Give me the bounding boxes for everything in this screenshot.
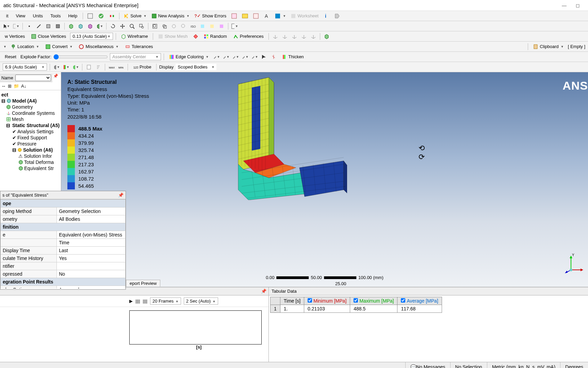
show-errors-button[interactable]: ?✓Show Errors bbox=[192, 12, 228, 19]
report-preview-tab[interactable]: eport Preview bbox=[126, 280, 160, 287]
display-time-value[interactable]: Last bbox=[57, 247, 126, 255]
abc-icon[interactable] bbox=[240, 12, 250, 20]
cursor-icon[interactable]: ▼ bbox=[3, 22, 10, 30]
cs3-icon[interactable] bbox=[291, 33, 298, 40]
avg-checkbox[interactable] bbox=[401, 298, 405, 303]
filter-combo[interactable] bbox=[15, 75, 51, 81]
menu-view[interactable]: View bbox=[13, 12, 29, 20]
graph-plot-area[interactable] bbox=[129, 310, 262, 344]
type-value[interactable]: Equivalent (von-Mises) Stress bbox=[57, 231, 126, 239]
sort-az-icon[interactable]: A↓ bbox=[21, 83, 26, 89]
zoom-sel-icon[interactable] bbox=[161, 22, 168, 30]
thicken-button[interactable]: Thicken bbox=[279, 53, 306, 60]
tag-icon[interactable] bbox=[332, 12, 342, 20]
pen3-icon[interactable]: ▼ bbox=[232, 53, 239, 61]
contour2-icon[interactable]: ▼ bbox=[62, 63, 70, 71]
scoping-method-value[interactable]: Geometry Selection bbox=[57, 208, 126, 215]
pen2-icon[interactable]: ▼ bbox=[222, 53, 230, 61]
icon-button[interactable] bbox=[229, 12, 239, 20]
toggle-icon[interactable] bbox=[107, 12, 117, 20]
col-avg[interactable]: Average [MPa] bbox=[397, 297, 442, 305]
cs4-icon[interactable] bbox=[300, 33, 308, 40]
min-icon[interactable]: MIN bbox=[117, 63, 125, 71]
max-icon[interactable]: MAX bbox=[108, 63, 115, 71]
show-mesh-button[interactable]: Show Mesh bbox=[156, 33, 190, 40]
anim-bars2-icon[interactable]: |||| bbox=[143, 298, 148, 304]
tree-total-deformation[interactable]: Total Deforma bbox=[0, 159, 61, 165]
rotate-icon[interactable] bbox=[109, 22, 117, 30]
zoom-box-icon[interactable] bbox=[138, 22, 145, 30]
tree-static-structural[interactable]: ⊟ Static Structural (A5) bbox=[0, 122, 61, 128]
location-button[interactable]: Location▼ bbox=[9, 43, 41, 50]
box4-icon[interactable]: ▼ bbox=[96, 22, 103, 30]
misc-button[interactable]: Miscellaneous▼ bbox=[77, 43, 120, 50]
edge-coloring-button[interactable]: Edge Coloring▼ bbox=[167, 53, 211, 60]
tree-fixed-support[interactable]: ✔ Fixed Support bbox=[0, 135, 61, 141]
maximize-button[interactable]: ◻ bbox=[571, 3, 585, 8]
view1-icon[interactable] bbox=[199, 22, 206, 30]
minimize-button[interactable]: — bbox=[557, 3, 571, 8]
pin-icon[interactable]: 📌 bbox=[52, 73, 59, 79]
probe-button[interactable]: 123Probe bbox=[131, 64, 153, 71]
tree-equivalent-stress[interactable]: Equivalent Str bbox=[0, 165, 61, 171]
wireframe-button[interactable]: Wireframe bbox=[119, 33, 150, 40]
box-icon[interactable] bbox=[67, 22, 75, 30]
pan-icon[interactable] bbox=[119, 22, 126, 30]
vertex-icon[interactable] bbox=[26, 22, 33, 30]
dropdown-icon[interactable]: ▼ bbox=[3, 45, 6, 48]
contour1-icon[interactable]: ▼ bbox=[53, 63, 60, 71]
tree-pressure[interactable]: ✔ Pressure bbox=[0, 141, 61, 147]
col-min[interactable]: Minimum [MPa] bbox=[304, 297, 350, 305]
tree-project[interactable]: ect bbox=[0, 92, 61, 98]
new-analysis-button[interactable]: New Analysis▼ bbox=[149, 12, 192, 20]
menu-help[interactable]: Help bbox=[65, 12, 81, 20]
zoom-icon[interactable] bbox=[128, 22, 136, 30]
deform-scale-combo[interactable]: 6.9 (Auto Scale)▼ bbox=[3, 63, 47, 71]
sort-icon[interactable] bbox=[95, 63, 102, 71]
tree-solution[interactable]: ⊟ Solution (A6) bbox=[0, 147, 61, 153]
calc-history-value[interactable]: Yes bbox=[57, 255, 126, 262]
tree-coord-systems[interactable]: Coordinate Systems bbox=[0, 110, 61, 116]
table-row[interactable]: 1 1. 0.21103 488.5 117.68 bbox=[271, 305, 442, 313]
page-icon[interactable] bbox=[85, 63, 93, 71]
status-units[interactable]: Metric (mm, kg, N, s, mV, mA) bbox=[487, 362, 560, 368]
tree-mesh[interactable]: Mesh bbox=[0, 116, 61, 122]
cs2-icon[interactable] bbox=[281, 33, 289, 40]
text-icon[interactable]: A bbox=[262, 12, 272, 20]
info-icon[interactable]: i bbox=[321, 12, 331, 20]
axis-icon[interactable] bbox=[270, 53, 277, 61]
expand-icon[interactable]: ⊞ bbox=[8, 83, 12, 89]
view2-icon[interactable] bbox=[208, 22, 216, 30]
explode-slider[interactable] bbox=[53, 54, 108, 60]
mesh-opt-icon[interactable] bbox=[192, 33, 199, 40]
view3-icon[interactable] bbox=[218, 22, 225, 30]
graph-pin-icon[interactable]: 📌 bbox=[261, 289, 266, 294]
col-max[interactable]: Maximum [MPa] bbox=[350, 297, 397, 305]
anim-play-icon[interactable]: ▶ bbox=[129, 298, 133, 304]
cs1-icon[interactable] bbox=[272, 33, 279, 40]
tree-geometry[interactable]: Geometry bbox=[0, 104, 61, 110]
color-icon[interactable]: ▼ bbox=[273, 12, 288, 20]
zoom-prev-icon[interactable] bbox=[170, 22, 178, 30]
folder-icon[interactable]: 📁 bbox=[14, 83, 19, 89]
menu-tools[interactable]: Tools bbox=[47, 12, 64, 20]
apply-icon[interactable] bbox=[96, 12, 106, 20]
orientation-triad[interactable]: Y bbox=[564, 253, 585, 273]
select-icon[interactable]: ▼ bbox=[12, 22, 20, 30]
contour3-icon[interactable]: ▼ bbox=[72, 63, 79, 71]
menu-units[interactable]: Units bbox=[29, 12, 46, 20]
solve-button[interactable]: Solve▼ bbox=[121, 12, 148, 20]
box3-icon[interactable] bbox=[86, 22, 94, 30]
iso-icon[interactable]: ISO bbox=[189, 22, 197, 30]
chart-icon[interactable] bbox=[251, 12, 261, 20]
status-angle[interactable]: Degrees bbox=[560, 362, 588, 368]
geometry-value[interactable]: All Bodies bbox=[57, 215, 126, 223]
by-value[interactable]: Time bbox=[57, 239, 126, 247]
max-checkbox[interactable] bbox=[354, 298, 358, 303]
convert-button[interactable]: Convert▼ bbox=[43, 43, 75, 50]
scoped-bodies-combo[interactable]: Scoped Bodies▼ bbox=[176, 64, 216, 70]
vertices-button[interactable]: w Vertices bbox=[3, 33, 27, 40]
display-option-value[interactable]: Averaged bbox=[57, 286, 126, 289]
details-pin-icon[interactable]: 📌 bbox=[118, 193, 124, 198]
tree-nav-icon[interactable]: ↔ bbox=[1, 83, 6, 89]
